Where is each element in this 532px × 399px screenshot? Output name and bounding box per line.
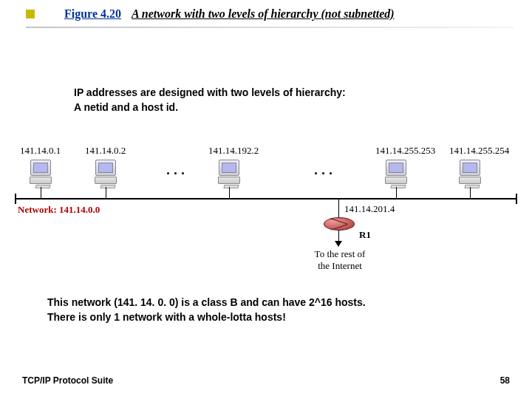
figure-label: Figure 4.20 <box>64 7 121 21</box>
router-uplink <box>338 199 339 218</box>
computer-icon <box>216 160 242 188</box>
host-ip: 141.14.192.2 <box>208 145 259 157</box>
computer-icon <box>383 160 409 188</box>
drop-line <box>396 187 397 198</box>
computer-icon <box>457 160 482 188</box>
title-row: Figure 4.20 A network with two levels of… <box>26 7 517 21</box>
footer: TCP/IP Protocol Suite 58 <box>22 375 510 386</box>
page-number: 58 <box>500 375 510 386</box>
ellipsis-icon: . . . <box>166 163 185 178</box>
drop-line <box>106 187 106 198</box>
ellipsis-icon: . . . <box>314 163 332 178</box>
bus-terminator-right <box>516 194 517 204</box>
bus-line <box>15 198 517 200</box>
computer-icon <box>93 160 118 188</box>
drop-line <box>229 187 230 198</box>
bullet-icon <box>26 10 35 18</box>
intro-line1: IP addresses are designed with two level… <box>74 86 346 100</box>
intro-text: IP addresses are designed with two level… <box>74 86 346 115</box>
footer-source: TCP/IP Protocol Suite <box>22 375 113 386</box>
network-diagram: 141.14.0.1141.14.0.2141.14.192.2141.14.2… <box>15 140 517 273</box>
conclusion-line1: This network (141. 14. 0. 0) is a class … <box>47 296 366 310</box>
computer-icon <box>28 160 53 188</box>
network-label: Network: 141.14.0.0 <box>18 204 100 216</box>
host-ip: 141.14.0.2 <box>85 145 126 157</box>
drop-line <box>41 187 41 198</box>
host-ip: 141.14.255.253 <box>375 145 435 157</box>
host-ip: 141.14.0.1 <box>20 145 61 157</box>
internet-label: To the rest ofthe Internet <box>310 248 369 271</box>
conclusion-line2: There is only 1 network with a whole-lot… <box>47 310 366 325</box>
router-name: R1 <box>359 229 371 241</box>
bus-terminator-left <box>15 194 16 204</box>
router-ip: 141.14.201.4 <box>344 203 395 215</box>
drop-line <box>470 187 471 198</box>
conclusion-text: This network (141. 14. 0. 0) is a class … <box>47 296 366 324</box>
figure-caption: A network with two levels of hierarchy (… <box>132 7 395 21</box>
intro-line2: A netid and a host id. <box>74 100 346 115</box>
divider <box>26 27 514 28</box>
router-icon <box>324 217 355 231</box>
arrow-down-icon <box>335 241 342 247</box>
host-ip: 141.14.255.254 <box>449 145 509 157</box>
